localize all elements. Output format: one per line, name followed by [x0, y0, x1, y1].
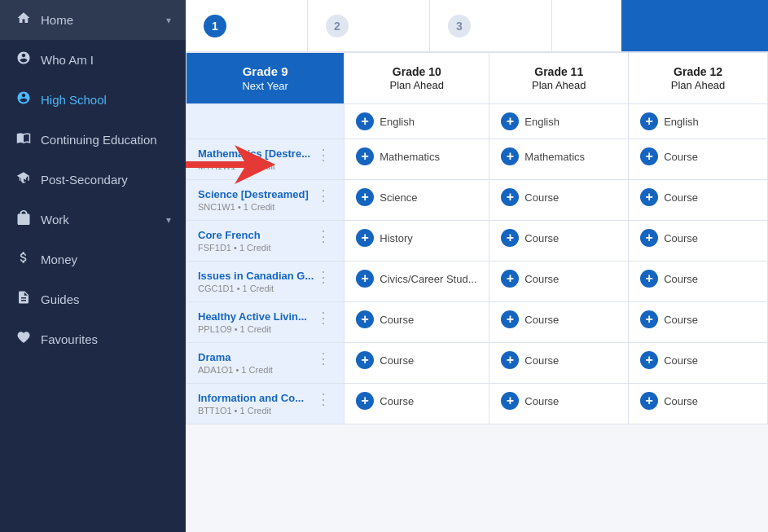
add-course-button[interactable]: + Course — [640, 188, 756, 206]
course-table: Grade 9Next YearGrade 10Plan AheadGrade … — [186, 52, 768, 424]
step3[interactable]: 3 — [430, 0, 552, 51]
dots-menu-button[interactable]: ⋮ — [314, 270, 332, 284]
add-course-label: Course — [524, 314, 559, 326]
course-name[interactable]: Information and Co... — [198, 392, 304, 404]
sidebar-item-label: Money — [41, 253, 171, 266]
add-course-button[interactable]: + Mathematics — [501, 147, 617, 165]
add-course-button[interactable]: + Course — [501, 392, 617, 410]
cell-grade12-row2: + Course — [629, 180, 768, 221]
add-course-label: English — [380, 116, 415, 128]
cell-grade10-row4: + Civics/Career Stud... — [345, 262, 489, 302]
cell-grade9-row0 — [187, 104, 345, 139]
sidebar-item-continuing-education[interactable]: Continuing Education — [0, 120, 186, 160]
add-course-button[interactable]: + Course — [356, 351, 477, 369]
header-grade12: Grade 12Plan Ahead — [629, 53, 768, 104]
course-name[interactable]: Drama — [198, 351, 273, 363]
add-course-label: Course — [380, 354, 414, 367]
add-course-label: Science — [380, 191, 417, 204]
dots-menu-button[interactable]: ⋮ — [314, 310, 332, 325]
cell-grade11-row2: + Course — [489, 180, 629, 221]
cell-grade9-row6: Drama ADA1O1 • 1 Credit ⋮ — [187, 343, 345, 384]
table-row: + English + English + English — [187, 104, 768, 139]
add-course-button[interactable]: + Course — [640, 147, 756, 165]
add-icon: + — [640, 351, 658, 369]
add-icon: + — [501, 270, 519, 288]
topbar: 1 2 3 — [186, 0, 768, 52]
sidebar-item-who-am-i[interactable]: Who Am I — [0, 40, 186, 80]
who-am-i-icon — [15, 51, 33, 69]
course-name[interactable]: Science [Destreamed] — [198, 188, 309, 200]
sidebar-item-high-school[interactable]: High School — [0, 80, 186, 120]
step1-circle: 1 — [204, 15, 226, 37]
add-course-button[interactable]: + Civics/Career Stud... — [356, 270, 477, 288]
cell-grade9-row7: Information and Co... BTT1O1 • 1 Credit … — [187, 384, 345, 424]
cell-grade9-row5: Healthy Active Livin... PPL1O9 • 1 Credi… — [187, 302, 345, 343]
course-name[interactable]: Issues in Canadian G... — [198, 270, 314, 282]
course-entry: Mathematics [Destre... MTH1W1 • 1 Credit… — [198, 147, 332, 171]
sidebar-item-post-secondary[interactable]: Post-Secondary — [0, 160, 186, 200]
add-course-button[interactable]: + Mathematics — [356, 147, 477, 165]
chevron-icon: ▾ — [166, 214, 171, 226]
add-course-button[interactable]: + Course — [640, 392, 756, 410]
add-course-button[interactable]: + History — [356, 229, 477, 247]
dots-menu-button[interactable]: ⋮ — [314, 188, 332, 203]
add-icon: + — [640, 392, 658, 410]
cell-grade10-row7: + Course — [345, 384, 489, 424]
sidebar-item-favourites[interactable]: Favourites — [0, 319, 186, 359]
step1[interactable]: 1 — [186, 0, 308, 51]
course-name[interactable]: Mathematics [Destre... — [198, 147, 310, 160]
add-course-button[interactable]: + Course — [501, 270, 617, 288]
add-course-label: Course — [664, 151, 698, 163]
add-icon: + — [356, 112, 374, 130]
cell-grade10-row0: + English — [345, 104, 489, 139]
cell-grade11-row6: + Course — [489, 343, 629, 384]
add-course-button[interactable]: + Course — [640, 351, 756, 369]
cell-grade11-row7: + Course — [489, 384, 629, 424]
sidebar-item-label: Post-Secondary — [41, 173, 171, 187]
course-code: FSF1D1 • 1 Credit — [198, 243, 270, 253]
add-course-button[interactable]: + English — [356, 112, 477, 130]
add-course-button[interactable]: + Course — [640, 270, 756, 288]
dots-menu-button[interactable]: ⋮ — [314, 147, 332, 162]
sidebar-item-label: Home — [41, 13, 158, 27]
add-course-button[interactable]: + English — [640, 112, 756, 130]
dots-menu-button[interactable]: ⋮ — [314, 351, 332, 366]
add-course-label: Civics/Career Stud... — [380, 273, 476, 285]
sidebar-item-home[interactable]: Home ▾ — [0, 0, 186, 40]
sidebar-item-guides[interactable]: Guides — [0, 279, 186, 319]
add-course-button[interactable]: + Course — [501, 229, 617, 247]
cell-grade9-row1: Mathematics [Destre... MTH1W1 • 1 Credit… — [187, 139, 345, 180]
add-course-button[interactable]: + English — [501, 112, 617, 130]
sidebar-item-money[interactable]: Money — [0, 240, 186, 279]
course-name[interactable]: Core French — [198, 229, 270, 241]
sidebar-item-work[interactable]: Work ▾ — [0, 200, 186, 240]
add-course-button[interactable]: + Course — [356, 392, 477, 410]
sidebar-item-label: Guides — [41, 292, 171, 306]
step2[interactable]: 2 — [308, 0, 430, 51]
course-name[interactable]: Healthy Active Livin... — [198, 310, 307, 323]
review-course-button[interactable] — [621, 0, 768, 51]
course-code: MTH1W1 • 1 Credit — [198, 161, 310, 171]
add-course-button[interactable]: + Course — [501, 351, 617, 369]
course-code: BTT1O1 • 1 Credit — [198, 406, 304, 415]
add-course-button[interactable]: + Course — [640, 310, 756, 328]
add-course-button[interactable]: + Course — [356, 310, 477, 328]
add-course-button[interactable]: + Science — [356, 188, 477, 206]
add-course-label: Mathematics — [524, 151, 585, 163]
add-course-button[interactable]: + Course — [501, 188, 617, 206]
sidebar-item-label: Who Am I — [41, 53, 171, 67]
add-icon: + — [356, 188, 374, 206]
sidebar: Home ▾ Who Am I High School Continuing E… — [0, 0, 186, 532]
cell-grade10-row2: + Science — [345, 180, 489, 221]
post-secondary-icon — [15, 170, 33, 189]
dots-menu-button[interactable]: ⋮ — [314, 229, 332, 244]
cell-grade12-row0: + English — [629, 104, 768, 139]
add-course-label: English — [664, 116, 699, 128]
add-course-button[interactable]: + Course — [501, 310, 617, 328]
sidebar-item-label: Favourites — [41, 332, 171, 346]
dots-menu-button[interactable]: ⋮ — [314, 392, 332, 407]
add-course-label: Course — [380, 395, 414, 407]
add-icon: + — [501, 112, 519, 130]
cell-grade11-row0: + English — [489, 104, 629, 139]
add-course-button[interactable]: + Course — [640, 229, 756, 247]
